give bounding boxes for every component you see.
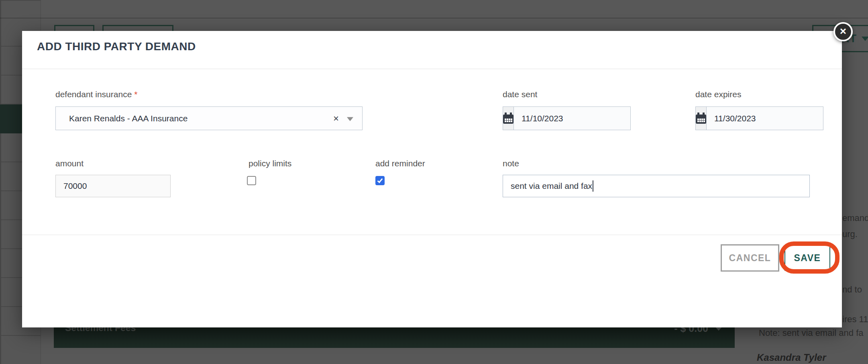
add-reminder-label: add reminder	[375, 159, 425, 168]
defendant-insurance-label: defendant insurance *	[55, 90, 137, 99]
amount-input[interactable]	[55, 175, 171, 197]
sidebar-edge	[0, 0, 1, 364]
date-expires-label: date expires	[695, 90, 741, 99]
date-expires-calendar-button[interactable]	[695, 106, 707, 130]
add-third-party-demand-modal: ADD THIRD PARTY DEMAND defendant insuran…	[22, 31, 842, 327]
date-sent-group	[503, 106, 618, 130]
bg-text-fragment-author: Kasandra Tyler	[757, 352, 826, 363]
close-icon: ×	[840, 26, 846, 37]
bg-text-fragment: nd to	[842, 284, 862, 295]
note-value: sent via email and fax	[511, 181, 592, 191]
date-expires-input[interactable]	[707, 106, 823, 130]
amount-label: amount	[55, 159, 84, 168]
modal-title: ADD THIRD PARTY DEMAND	[37, 40, 196, 53]
defendant-insurance-select[interactable]: Karen Renalds - AAA Insurance ×	[55, 106, 363, 130]
text-cursor	[593, 180, 593, 192]
modal-header-divider	[22, 69, 842, 69]
bg-text-fragment-note: Note: sent via email and fa	[759, 328, 863, 338]
calendar-icon	[503, 115, 513, 124]
modal-footer-divider	[22, 235, 842, 235]
date-sent-label: date sent	[503, 90, 537, 99]
defendant-insurance-value: Karen Renalds - AAA Insurance	[56, 114, 187, 123]
bg-text-fragment: ires 11/	[842, 314, 868, 325]
dropdown-caret-icon[interactable]	[347, 117, 353, 121]
header-divider	[0, 18, 868, 18]
save-button[interactable]: SAVE	[784, 245, 830, 271]
required-asterisk: *	[134, 90, 137, 99]
screen: RT Settlement Fees - $ 0.00 emand urg. n…	[0, 0, 868, 364]
note-input[interactable]: sent via email and fax	[503, 175, 810, 197]
policy-limits-checkbox[interactable]	[247, 176, 256, 185]
checkmark-icon	[377, 177, 383, 183]
chevron-down-icon	[862, 37, 868, 41]
clear-selection-icon[interactable]: ×	[333, 114, 339, 123]
modal-close-button[interactable]: ×	[833, 22, 853, 41]
policy-limits-label: policy limits	[249, 159, 291, 168]
bg-text-fragment: urg.	[842, 229, 858, 239]
add-reminder-checkbox[interactable]	[375, 176, 385, 185]
date-expires-group	[695, 106, 811, 130]
note-label: note	[503, 159, 519, 168]
date-sent-input[interactable]	[514, 106, 631, 130]
calendar-icon	[696, 115, 706, 124]
bg-text-fragment: emand	[842, 213, 868, 223]
cancel-button[interactable]: CANCEL	[721, 244, 779, 272]
date-sent-calendar-button[interactable]	[503, 106, 514, 130]
